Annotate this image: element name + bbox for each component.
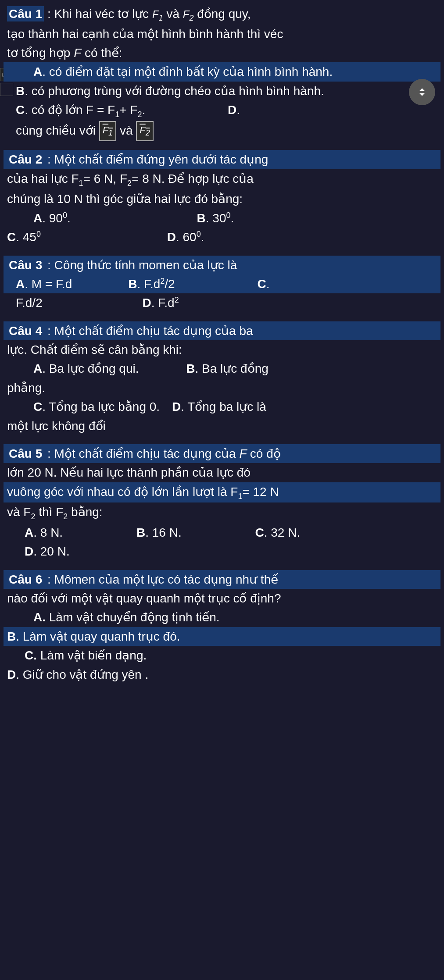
q6-answer-c: C. Làm vật biến dạng.	[4, 646, 440, 665]
q4-line-khoidoi: một lực không đổi	[4, 417, 440, 435]
chevron-updown-icon	[415, 86, 429, 99]
q1-text-part5: có thể:	[85, 46, 122, 60]
q3-header-row: Câu 3 : Công thức tính momen của lực là	[4, 256, 440, 274]
q1-f1-var: F1	[152, 8, 163, 20]
q4-answers-ab: A. Ba lực đồng qui. B. Ba lực đồng	[4, 359, 440, 378]
q2-line2: của hai lực F1= 6 N, F2= 8 N. Để hợp lực…	[4, 169, 440, 189]
q4-number: Câu 4	[7, 323, 44, 339]
q4-line-phang: phẳng.	[4, 378, 440, 397]
q1-f-var: F	[74, 46, 81, 60]
q1-f2-box: F2	[136, 121, 153, 141]
q1-text-part4: tơ tổng hợp	[7, 46, 74, 60]
q2-line3: chúng là 10 N thì góc giữa hai lực đó bằ…	[4, 189, 440, 208]
q1-f-images-row: cùng chiều với F1 và F2	[4, 121, 440, 142]
q1-text-part2: đồng quy,	[197, 7, 251, 21]
q1-answer-b-row: B. có phương trùng với đường chéo của hì…	[4, 82, 440, 100]
question-4: Câu 4 : Một chất điểm chịu tác dụng của …	[0, 321, 444, 435]
question-5: Câu 5 : Một chất điểm chịu tác dụng của …	[0, 444, 444, 561]
q1-answer-cd-row: C. có độ lớn F = F1+ F2. D.	[4, 100, 440, 121]
q2-answers-cd: C. 450 D. 600.	[4, 228, 440, 246]
q1-number: Câu 1	[7, 6, 44, 21]
q1-d-label: D.	[228, 103, 240, 117]
q6-line2: nào đối với một vật quay quanh một trục …	[4, 589, 440, 608]
q1-f1-box: F1	[99, 121, 116, 141]
q3-answers-cd: F.d/2 D. F.d2	[4, 293, 440, 312]
q4-text: : Một chất điểm chịu tác dụng của ba	[47, 324, 253, 338]
q5-header-row: Câu 5 : Một chất điểm chịu tác dụng của …	[4, 444, 440, 463]
q1-c-label: C. có độ lớn F = F1+ F2.	[7, 103, 149, 117]
q3-text: : Công thức tính momen của lực là	[47, 258, 237, 272]
q6-header-row: Câu 6 : Mômen của một lực có tác dụng nh…	[4, 570, 440, 589]
q6-number: Câu 6	[7, 572, 44, 587]
question-6: Câu 6 : Mômen của một lực có tác dụng nh…	[0, 570, 444, 684]
q5-line3: vuông góc với nhau có độ lớn lần lượt là…	[4, 482, 440, 502]
q1-and-text: và	[120, 124, 136, 137]
q1-text-part1: : Khi hai véc tơ lực	[47, 7, 152, 21]
page-container: Câu 1 : Khi hai véc tơ lực F1 và F2 đồng…	[0, 0, 444, 697]
question-1: Câu 1 : Khi hai véc tơ lực F1 và F2 đồng…	[0, 4, 444, 141]
q3-number: Câu 3	[7, 257, 44, 273]
q1-f2-var: F2	[183, 8, 194, 20]
q6-answer-b: B. Làm vật quay quanh trục đó.	[4, 627, 440, 646]
q5-text-part1: : Một chất điểm chịu tác dụng của	[47, 447, 239, 460]
q5-line2: lớn 20 N. Nếu hai lực thành phần của lực…	[4, 463, 440, 482]
q2-header-row: Câu 2 : Một chất điểm đứng yên dưới tác …	[4, 150, 440, 169]
q4-header-row: Câu 4 : Một chất điểm chịu tác dụng của …	[4, 321, 440, 340]
q1-va: và	[166, 7, 183, 21]
q1-a-label: A. có điểm đặt tại một đỉnh bất kỳ của h…	[7, 65, 333, 78]
q2-number: Câu 2	[7, 152, 44, 167]
q2-text: : Một chất điểm đứng yên dưới tác dụng	[47, 153, 268, 166]
q5-text-part2: có độ	[250, 447, 281, 460]
q1-b-label: B. có phương trùng với đường chéo của hì…	[7, 84, 324, 98]
q3-answers-abc: A. M = F.d B. F.d2/2 C.	[4, 274, 440, 293]
q6-answer-d: D. Giữ cho vật đứng yên .	[4, 665, 440, 684]
q5-line4: và F2 thì F2 bằng:	[4, 502, 440, 523]
q4-answers-cd: C. Tổng ba lực bằng 0. D. Tổng ba lực là	[4, 397, 440, 416]
q1-text-part3: tạo thành hai cạnh của một hình bình hàn…	[7, 27, 283, 41]
q5-answers-abc: A. 8 N. B. 16 N. C. 32 N.	[4, 523, 440, 542]
q1-answer-a-row: A. có điểm đặt tại một đỉnh bất kỳ của h…	[4, 62, 440, 81]
q5-f-var: F	[239, 447, 250, 460]
q5-answer-d: D. 20 N.	[4, 542, 440, 561]
q1-same-direction-text: cùng chiều với	[7, 124, 99, 137]
question-3: Câu 3 : Công thức tính momen của lực là …	[0, 256, 444, 313]
navigate-button[interactable]	[409, 79, 435, 105]
q6-answer-a: A. Làm vật chuyển động tịnh tiến.	[4, 608, 440, 627]
q4-line2: lực. Chất điểm sẽ cân bằng khi:	[4, 340, 440, 359]
question-2: Câu 2 : Một chất điểm đứng yên dưới tác …	[0, 150, 444, 246]
q6-text-part1: : Mômen của một lực có tác dụng như thế	[47, 573, 278, 586]
q5-number: Câu 5	[7, 446, 44, 461]
q2-answers-ab: A. 900. B. 300.	[4, 209, 440, 228]
